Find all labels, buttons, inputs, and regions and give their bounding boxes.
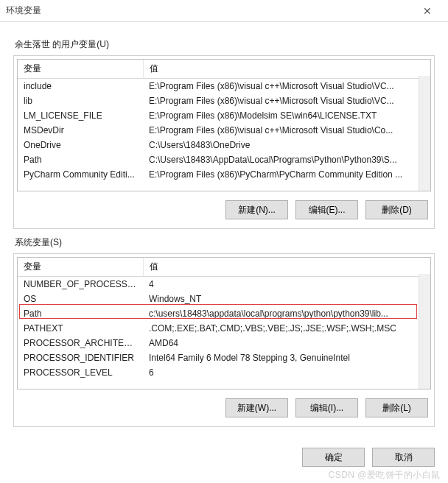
table-row[interactable]: PROCESSOR_IDENTIFIERIntel64 Family 6 Mod… <box>18 350 430 365</box>
titlebar: 环境变量 ✕ <box>0 0 448 22</box>
scrollbar[interactable] <box>419 76 430 191</box>
user-vars-table[interactable]: 变量 值 includeE:\Program Files (x86)\visua… <box>18 60 430 182</box>
scrollbar[interactable] <box>419 274 430 389</box>
user-delete-button[interactable]: 删除(D) <box>365 200 428 219</box>
col-header-name[interactable]: 变量 <box>18 258 143 277</box>
user-edit-button[interactable]: 编辑(E)... <box>295 200 358 219</box>
user-vars-table-wrap: 变量 值 includeE:\Program Files (x86)\visua… <box>17 59 431 191</box>
ok-button[interactable]: 确定 <box>302 448 365 467</box>
close-button[interactable]: ✕ <box>413 1 442 21</box>
table-row[interactable]: PATHEXT.COM;.EXE;.BAT;.CMD;.VBS;.VBE;.JS… <box>18 321 430 336</box>
table-row[interactable]: LM_LICENSE_FILEE:\Program Files (x86)\Mo… <box>18 108 430 123</box>
user-button-row: 新建(N)... 编辑(E)... 删除(D) <box>17 200 431 219</box>
table-row[interactable]: MSDevDirE:\Program Files (x86)\visual c+… <box>18 123 430 138</box>
table-row[interactable]: OSWindows_NT <box>18 292 430 306</box>
system-vars-label: 系统变量(S) <box>15 236 435 249</box>
col-header-value[interactable]: 值 <box>143 60 430 79</box>
table-row[interactable]: PROCESSOR_LEVEL6 <box>18 365 430 380</box>
user-vars-label: 余生落世 的用户变量(U) <box>15 38 435 51</box>
system-delete-button[interactable]: 删除(L) <box>365 398 428 417</box>
system-button-row: 新建(W)... 编辑(I)... 删除(L) <box>17 398 431 417</box>
table-row[interactable]: PathC:\Users\18483\AppData\Local\Program… <box>18 152 430 167</box>
system-vars-table-wrap: 变量 值 NUMBER_OF_PROCESSORS4 OSWindows_NT … <box>17 257 431 389</box>
user-new-button[interactable]: 新建(N)... <box>225 200 288 219</box>
table-row[interactable]: PROCESSOR_ARCHITECT...AMD64 <box>18 336 430 350</box>
watermark: CSDN @爱吃饼干的小白鼠 <box>328 469 441 482</box>
table-row[interactable]: NUMBER_OF_PROCESSORS4 <box>18 277 430 292</box>
table-row[interactable]: OneDriveC:\Users\18483\OneDrive <box>18 138 430 152</box>
user-vars-group: 变量 值 includeE:\Program Files (x86)\visua… <box>13 55 435 229</box>
system-edit-button[interactable]: 编辑(I)... <box>295 398 358 417</box>
table-row[interactable]: includeE:\Program Files (x86)\visual c++… <box>18 79 430 94</box>
close-icon: ✕ <box>423 5 432 17</box>
system-vars-group: 变量 值 NUMBER_OF_PROCESSORS4 OSWindows_NT … <box>13 253 435 427</box>
cancel-button[interactable]: 取消 <box>372 448 435 467</box>
system-vars-table[interactable]: 变量 值 NUMBER_OF_PROCESSORS4 OSWindows_NT … <box>18 258 430 380</box>
table-row[interactable]: libE:\Program Files (x86)\visual c++\Mic… <box>18 94 430 108</box>
table-row[interactable]: Pathc:\users\18483\appdata\local\program… <box>18 306 430 321</box>
dialog-content: 余生落世 的用户变量(U) 变量 值 includeE:\Program Fil… <box>0 22 448 427</box>
col-header-value[interactable]: 值 <box>143 258 430 277</box>
table-row[interactable]: PyCharm Community Editi...E:\Program Fil… <box>18 167 430 182</box>
dialog-button-row: 确定 取消 <box>302 448 435 467</box>
window-title: 环境变量 <box>6 4 41 17</box>
col-header-name[interactable]: 变量 <box>18 60 143 79</box>
system-new-button[interactable]: 新建(W)... <box>225 398 288 417</box>
